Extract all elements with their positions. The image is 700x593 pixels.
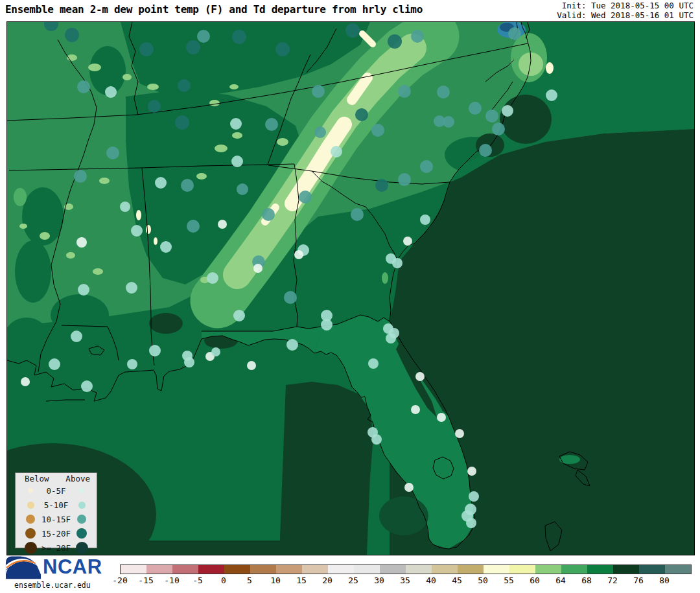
colorbar-cell [354, 565, 380, 574]
station-dot [398, 173, 411, 186]
contour-patch [229, 84, 239, 89]
station-dot [178, 79, 191, 92]
legend-label: 0-5F [39, 486, 73, 496]
colorbar-tick: 40 [426, 576, 436, 585]
contour-patch [136, 210, 141, 220]
station-dot [21, 377, 30, 386]
station-dot [345, 23, 360, 38]
colorbar-cell [250, 565, 276, 574]
station-dot [127, 359, 137, 369]
station-dot [392, 258, 402, 268]
station-dot [371, 434, 382, 445]
legend-dot [26, 515, 35, 524]
station-dot [262, 208, 275, 221]
colorbar-cell [639, 565, 665, 574]
station-dot [351, 208, 364, 221]
contour-patch [88, 64, 101, 71]
station-dot [218, 220, 227, 229]
ncar-logo-mark-icon [5, 555, 41, 580]
legend-dot [25, 542, 37, 554]
station-dot [455, 429, 464, 438]
station-dot [331, 146, 342, 157]
station-dot [126, 282, 137, 294]
station-dot [139, 42, 154, 56]
station-dot [492, 122, 505, 135]
station-dot [420, 215, 430, 225]
colorbar-tick: -10 [164, 576, 179, 585]
station-dot [148, 100, 161, 113]
contour-patch [66, 252, 75, 259]
colorbar-cell [146, 565, 172, 574]
station-dot [155, 177, 167, 189]
station-dot [181, 179, 194, 192]
station-dot [437, 86, 450, 99]
contour-patch [14, 188, 27, 206]
colorbar-tick: 50 [478, 576, 488, 585]
legend-label: >= 20F [39, 543, 73, 553]
station-dot [76, 237, 87, 248]
station-dot [375, 179, 388, 192]
station-dot [403, 237, 412, 246]
colorbar-cell [484, 565, 509, 574]
station-dot [105, 86, 117, 98]
colorbar-cell [509, 565, 535, 574]
colorbar-tick: 55 [504, 576, 514, 585]
contour-patch [279, 382, 373, 555]
colorbar-cell [406, 565, 432, 574]
station-dot [265, 118, 278, 131]
station-dot [160, 241, 172, 253]
station-dot [404, 483, 414, 492]
contour-patch [19, 224, 27, 229]
station-dot [437, 413, 446, 422]
station-dot [232, 30, 246, 44]
legend-dot [76, 528, 87, 539]
station-dot [479, 144, 492, 157]
contour-patch [146, 225, 151, 234]
legend-dot [25, 528, 36, 539]
station-dot [546, 89, 557, 101]
colorbar-tick: 0 [221, 576, 226, 585]
colorbar-tick: 10 [270, 576, 281, 585]
colorbar-tick: 35 [400, 576, 410, 585]
station-dot [197, 30, 210, 43]
legend-below-header: Below [25, 474, 49, 483]
station-dot [284, 291, 297, 304]
departure-legend: Below Above 0-5F5-10F10-15F15-20F>= 20F [15, 472, 97, 548]
init-time: Init: Tue 2018-05-15 00 UTC [562, 1, 694, 10]
station-dot [231, 156, 243, 167]
colorbar-tick: -20 [112, 576, 127, 585]
contour-patch [382, 272, 388, 284]
legend-row: >= 20F [16, 541, 97, 555]
colorbar-tick: 45 [452, 576, 462, 585]
legend-dot [79, 488, 84, 493]
legend-dot [76, 542, 88, 554]
station-dot [49, 358, 60, 370]
contour-patch [215, 145, 228, 152]
contour-patch [99, 178, 110, 184]
station-dot [131, 225, 143, 237]
colorbar-cell [172, 565, 198, 574]
contour-patch [154, 237, 158, 245]
station-dot [77, 80, 90, 93]
station-dot [275, 42, 290, 56]
station-dot [286, 339, 298, 351]
station-dot [74, 170, 87, 183]
station-dot [443, 116, 454, 128]
station-dot [415, 372, 425, 381]
station-dot [149, 345, 161, 356]
station-dot [469, 102, 482, 115]
contour-patch [196, 173, 207, 180]
legend-label: 5-10F [39, 500, 73, 510]
colorbar-tick: -15 [138, 576, 153, 585]
legend-row: 5-10F [16, 498, 97, 512]
colorbar-tick: 64 [555, 576, 566, 585]
legend-above-header: Above [65, 474, 90, 483]
station-dot [71, 331, 82, 342]
contour-patch [7, 318, 47, 351]
colorbar-tick-labels: -20-15-10-505101520253035404550556064687… [120, 576, 700, 586]
colorbar-tick: 15 [296, 576, 307, 585]
station-dot [411, 405, 420, 414]
colorbar-cell [587, 565, 613, 574]
contour-patch [40, 232, 50, 240]
station-dot [466, 518, 476, 528]
